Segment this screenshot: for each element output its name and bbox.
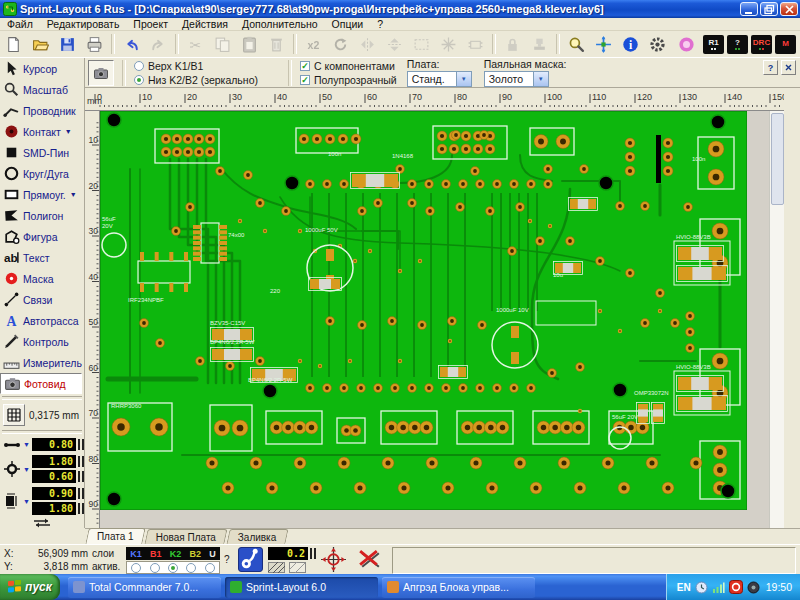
menu-item-1[interactable]: Редактировать — [40, 18, 127, 30]
active-layer-selector[interactable] — [126, 561, 220, 574]
chevron-down-icon[interactable]: ▼ — [70, 191, 77, 198]
cancel-action-button[interactable] — [356, 546, 383, 575]
tool-conductor[interactable]: Проводник — [0, 100, 84, 121]
scrollbar-thumb[interactable] — [771, 113, 784, 205]
track-width-stepper[interactable] — [78, 439, 84, 450]
tool-autoroute[interactable]: AАвтотрасса — [0, 310, 84, 331]
photoview-settings-button[interactable] — [88, 60, 114, 86]
tab-fill[interactable]: Заливка — [226, 529, 288, 544]
tab-new-board[interactable]: Новая Плата — [144, 529, 227, 544]
start-button[interactable]: пуск — [0, 574, 60, 600]
layer-b2-toggle[interactable]: B2 — [190, 549, 202, 559]
open-icon[interactable] — [28, 32, 53, 56]
restore-button[interactable] — [760, 2, 778, 16]
crosshair-mode-button[interactable] — [320, 546, 347, 575]
hatch-pattern-icon[interactable] — [268, 562, 285, 573]
zoomtool-icon[interactable] — [564, 32, 589, 56]
tool-contact[interactable]: Контакт▼ — [0, 121, 84, 142]
badge-drc-button[interactable]: DRC — [751, 35, 772, 54]
tray-app-icon[interactable] — [747, 581, 760, 594]
menu-item-2[interactable]: Проект — [126, 18, 175, 30]
tool-zoomglass[interactable]: Масштаб — [0, 79, 84, 100]
grid-button[interactable] — [3, 404, 25, 426]
vertical-scrollbar[interactable] — [769, 111, 784, 528]
clearance-stepper[interactable] — [310, 548, 316, 559]
taskbar-task-0[interactable]: Total Commander 7.0... — [68, 577, 221, 598]
layer-visibility-bar[interactable]: K1B1K2B2U — [126, 547, 220, 560]
layer-b1-toggle[interactable]: B1 — [150, 549, 162, 559]
tool-measure[interactable]: Измеритель — [0, 352, 84, 373]
view-top-radio[interactable]: Верх K1/B1 — [134, 60, 258, 72]
hatch-pattern-alt-icon[interactable] — [289, 562, 306, 573]
pad-outer-stepper[interactable] — [78, 456, 84, 467]
tool-smdpin[interactable]: SMD-Пин — [0, 142, 84, 163]
chevron-down-icon[interactable]: ▼ — [456, 72, 471, 86]
taskbar-task-2[interactable]: Апгрэд Блока управ... — [382, 577, 535, 598]
tray-network-icon[interactable] — [712, 581, 725, 594]
chevron-down-icon[interactable]: ▼ — [533, 72, 548, 86]
layer-k1-toggle[interactable]: K1 — [130, 549, 142, 559]
tool-probe[interactable]: Контроль — [0, 331, 84, 352]
photomask-icon[interactable] — [674, 32, 699, 56]
smd-width-stepper[interactable] — [78, 488, 84, 499]
menu-item-0[interactable]: Файл — [0, 18, 40, 30]
board-type-select[interactable]: Станд.▼ — [407, 71, 472, 87]
undo-icon[interactable] — [119, 32, 144, 56]
tool-figure[interactable]: Фигура — [0, 226, 84, 247]
info-icon[interactable]: i — [618, 32, 643, 56]
layer-k2-toggle[interactable]: K2 — [170, 549, 182, 559]
tray-clock-icon[interactable] — [695, 581, 708, 594]
language-indicator[interactable]: EN — [677, 582, 691, 593]
pcb-board[interactable]: 1N416874x001000uF 50V1000uF 10V100n100n5… — [100, 111, 747, 510]
menu-item-6[interactable]: ? — [370, 18, 390, 30]
pad-outer-display[interactable]: 1.80 — [32, 455, 76, 468]
translucent-checkbox[interactable]: ✓Полупрозрачный — [300, 74, 397, 86]
tool-camera[interactable]: Фотовид — [0, 373, 82, 394]
chevron-down-icon[interactable]: ▼ — [23, 498, 30, 505]
tab-board-1[interactable]: Плата 1 — [85, 528, 145, 544]
swap-values-icon[interactable] — [31, 518, 53, 528]
menu-item-4[interactable]: Дополнительно — [235, 18, 325, 30]
pad-inner-stepper[interactable] — [78, 471, 84, 482]
pad-inner-display[interactable]: 0.60 — [32, 470, 76, 483]
active-layer-radio-b1[interactable] — [150, 563, 160, 573]
help-button[interactable]: ? — [763, 60, 778, 75]
layer-style-button[interactable] — [238, 547, 263, 574]
tool-maskball[interactable]: Маска — [0, 268, 84, 289]
minimize-button[interactable] — [740, 2, 758, 16]
track-width-display[interactable]: 0.80 — [32, 438, 76, 451]
snap-icon[interactable] — [591, 32, 616, 56]
tool-rectangle[interactable]: Прямоуг.▼ — [0, 184, 84, 205]
panel-close-button[interactable] — [781, 60, 796, 75]
tool-circletool[interactable]: Круг/Дуга — [0, 163, 84, 184]
print-icon[interactable] — [82, 32, 107, 56]
taskbar-task-1[interactable]: Sprint-Layout 6.0 — [225, 577, 378, 598]
layer-u-toggle[interactable]: U — [209, 549, 216, 559]
menu-item-3[interactable]: Действия — [175, 18, 235, 30]
tool-texttool[interactable]: abТекст — [0, 247, 84, 268]
smd-height-stepper[interactable] — [78, 503, 84, 514]
tool-cursor[interactable]: Курсор — [0, 58, 84, 79]
chevron-down-icon[interactable]: ▼ — [23, 441, 30, 448]
active-layer-radio-u[interactable] — [205, 563, 215, 573]
chevron-down-icon[interactable]: ▼ — [65, 128, 72, 135]
badge-q-button[interactable]: ? — [727, 35, 748, 54]
active-layer-radio-k1[interactable] — [131, 563, 141, 573]
smd-height-display[interactable]: 1.80 — [32, 502, 76, 515]
clearance-display[interactable]: 0.2 — [268, 547, 308, 560]
tray-antivirus-icon[interactable] — [729, 580, 743, 594]
gear-icon[interactable] — [645, 32, 670, 56]
close-button[interactable] — [780, 2, 798, 16]
active-layer-radio-k2[interactable] — [168, 563, 178, 573]
chevron-down-icon[interactable]: ▼ — [23, 466, 30, 473]
save-icon[interactable] — [55, 32, 80, 56]
layout-canvas[interactable]: mm0102030405060708090100110120130140150 … — [85, 88, 784, 528]
active-layer-radio-b2[interactable] — [186, 563, 196, 573]
solder-mask-select[interactable]: Золото▼ — [484, 71, 549, 87]
view-bottom-radio[interactable]: Низ K2/B2 (зеркально) — [134, 74, 258, 86]
tool-polygon[interactable]: Полигон — [0, 205, 84, 226]
with-components-checkbox[interactable]: ✓С компонентами — [300, 60, 397, 72]
tool-links[interactable]: Связи — [0, 289, 84, 310]
smd-width-display[interactable]: 0.90 — [32, 487, 76, 500]
badge-r1-button[interactable]: R1 — [703, 35, 724, 54]
